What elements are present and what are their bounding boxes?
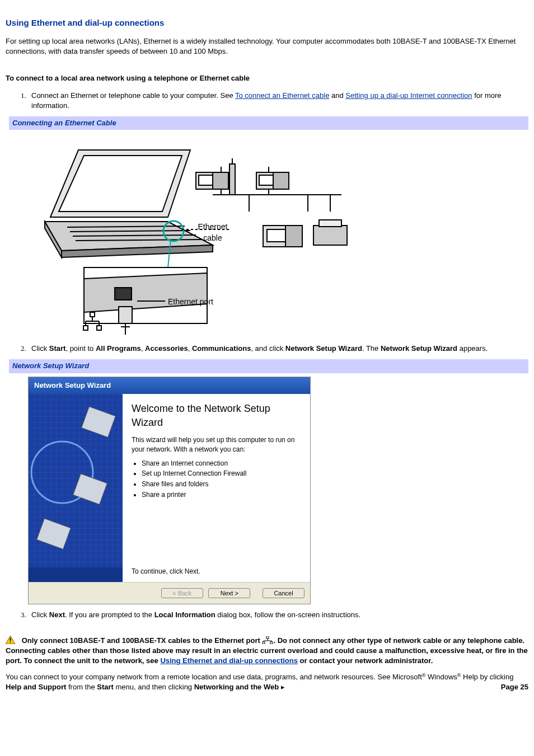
network-setup-wizard-window: Network Setup Wizard bbox=[28, 377, 311, 604]
wizard-titlebar: Network Setup Wizard bbox=[29, 377, 310, 394]
step-1: Connect an Ethernet or telephone cable t… bbox=[28, 91, 528, 111]
t: Help by clicking bbox=[461, 673, 513, 681]
step-2: Click Start, point to All Programs, Acce… bbox=[28, 344, 528, 354]
svg-rect-21 bbox=[285, 226, 302, 247]
wizard-bullet: Share a printer bbox=[142, 490, 301, 500]
b-accessories: Accessories bbox=[145, 344, 188, 353]
link-connect-ethernet-cable[interactable]: To connect an Ethernet cable bbox=[235, 91, 329, 100]
t: Click bbox=[31, 611, 49, 619]
b-all-programs: All Programs bbox=[96, 344, 141, 353]
step-3: Click Next. If you are prompted to the L… bbox=[28, 610, 528, 620]
t: Windows bbox=[425, 673, 457, 681]
svg-rect-32 bbox=[83, 326, 88, 330]
page-title: Using Ethernet and dial-up connections bbox=[6, 17, 528, 29]
b-networking-web: Networking and the Web bbox=[194, 683, 279, 691]
svg-rect-5 bbox=[229, 164, 235, 195]
t: You can connect to your company network … bbox=[6, 673, 422, 681]
t: , and click bbox=[251, 344, 285, 353]
t: , bbox=[188, 344, 192, 353]
svg-rect-34 bbox=[119, 307, 132, 323]
label-ethernet-port: Ethernet port bbox=[168, 297, 213, 308]
warning-text-post2: or contact your network administrator. bbox=[298, 656, 433, 665]
subheading-connect-lan: To connect to a local area network using… bbox=[6, 73, 528, 83]
figure-title-ethernet-cable: Connecting an Ethernet Cable bbox=[6, 116, 528, 130]
b-communications: Communications bbox=[192, 344, 251, 353]
b-start: Start bbox=[49, 344, 66, 353]
svg-rect-23 bbox=[319, 220, 341, 227]
step1-text-mid: and bbox=[329, 91, 345, 100]
t: appears. bbox=[457, 344, 488, 353]
wizard-bullet: Share files and folders bbox=[142, 480, 301, 489]
wizard-next-button[interactable]: Next > bbox=[208, 588, 250, 598]
warning-block: Only connect 10BASE-T and 100BASE-TX cab… bbox=[6, 636, 528, 666]
closing-paragraph: You can connect to your company network … bbox=[6, 672, 528, 692]
warning-text-pre: Only connect 10BASE-T and 100BASE-TX cab… bbox=[22, 636, 263, 645]
t: , point to bbox=[65, 344, 95, 353]
t: from the bbox=[66, 683, 97, 691]
b-nsw2: Network Setup Wizard bbox=[381, 344, 457, 353]
svg-rect-47 bbox=[266, 636, 269, 638]
wizard-cancel-button[interactable]: Cancel bbox=[263, 588, 305, 598]
wizard-bullet: Share an Internet connection bbox=[142, 459, 301, 468]
t: . If you are prompted to the bbox=[65, 611, 154, 619]
wizard-heading: Welcome to the Network Setup Wizard bbox=[132, 402, 301, 430]
page-number: Page 25 bbox=[501, 682, 528, 692]
link-using-ethernet-dialup[interactable]: Using Ethernet and dial-up connections bbox=[160, 656, 298, 665]
b-local-information: Local Information bbox=[154, 611, 216, 619]
figure-title-network-setup-wizard: Network Setup Wizard bbox=[6, 359, 528, 373]
label-ethernet-cable-1: Ethernet bbox=[198, 222, 228, 231]
b-next: Next bbox=[49, 611, 65, 619]
wizard-desc: This wizard will help you set up this co… bbox=[132, 435, 301, 454]
t: Click bbox=[31, 344, 49, 353]
warning-icon bbox=[6, 636, 15, 644]
svg-rect-33 bbox=[97, 326, 101, 330]
svg-rect-15 bbox=[213, 172, 228, 189]
svg-rect-52 bbox=[263, 642, 265, 644]
b-help-support: Help and Support bbox=[6, 683, 66, 691]
wizard-continue-text: To continue, click Next. bbox=[132, 567, 301, 576]
t: , bbox=[141, 344, 145, 353]
svg-rect-18 bbox=[273, 172, 289, 189]
b-network-setup-wizard: Network Setup Wizard bbox=[285, 344, 362, 353]
link-setting-up-dialup[interactable]: Setting up a dial-up Internet connection bbox=[345, 91, 472, 100]
svg-rect-20 bbox=[267, 229, 287, 242]
wizard-back-button: < Back bbox=[161, 588, 203, 598]
step1-text-pre: Connect an Ethernet or telephone cable t… bbox=[31, 91, 235, 100]
t: dialog box, follow the on-screen instruc… bbox=[216, 611, 360, 619]
svg-rect-22 bbox=[313, 226, 347, 245]
svg-rect-45 bbox=[10, 638, 11, 641]
ethernet-port-icon bbox=[262, 636, 273, 644]
t: menu, and then clicking bbox=[114, 683, 194, 691]
label-ethernet-cable-2: cable bbox=[203, 233, 222, 242]
t: . The bbox=[362, 344, 381, 353]
b-start-menu: Start bbox=[97, 683, 114, 691]
svg-rect-53 bbox=[270, 642, 273, 644]
t: ▸ bbox=[279, 683, 285, 691]
ethernet-diagram: Ethernet cable Ethernet port bbox=[28, 133, 359, 338]
intro-paragraph: For setting up local area networks (LANs… bbox=[6, 36, 528, 57]
svg-rect-46 bbox=[10, 642, 11, 643]
svg-rect-26 bbox=[115, 288, 132, 300]
wizard-bullet: Set up Internet Connection Firewall bbox=[142, 469, 301, 478]
wizard-side-graphic bbox=[29, 394, 123, 582]
